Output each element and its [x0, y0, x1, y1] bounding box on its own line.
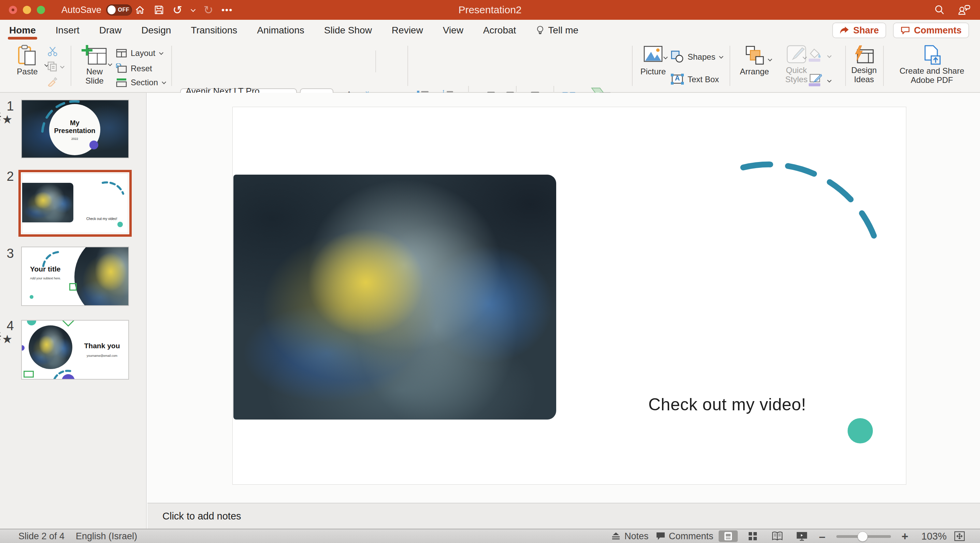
fullscreen-window-button[interactable] [37, 6, 45, 14]
ribbon-divider [171, 46, 172, 86]
tab-animations[interactable]: Animations [257, 25, 304, 36]
normal-view-icon [724, 532, 733, 541]
text-box-button[interactable]: A Text Box [671, 74, 719, 84]
tab-draw[interactable]: Draw [99, 25, 121, 36]
copy-chevron-icon [60, 65, 65, 69]
autosave-state: OFF [118, 7, 130, 13]
shape-outline-chevron-icon[interactable] [827, 78, 832, 83]
close-window-button[interactable] [9, 6, 17, 14]
shape-outline-button[interactable] [810, 73, 822, 83]
tab-transitions[interactable]: Transitions [191, 25, 237, 36]
shapes-chevron-icon [719, 55, 724, 59]
comments-button[interactable]: Comments [893, 22, 969, 38]
ribbon-divider [883, 46, 884, 86]
slide-4-email: yourname@email.com [76, 354, 127, 357]
slide-4-thumbnail[interactable]: Thank you yourname@email.com [21, 320, 129, 379]
current-slide[interactable]: Check out my video! [232, 107, 906, 485]
status-bar: Slide 2 of 4 English (Israel) Notes Comm… [0, 529, 980, 543]
arrange-chevron-icon[interactable] [768, 57, 772, 62]
slideshow-view-button[interactable] [792, 530, 811, 542]
slides-panel: 1 ★ My Presentation 2022 2 Check out my … [0, 93, 147, 529]
slide-2-caption: Check out my video! [86, 217, 118, 221]
notes-toggle-button[interactable]: Notes [611, 529, 649, 543]
minimize-window-button[interactable] [23, 6, 31, 14]
undo-chevron-icon[interactable] [191, 8, 196, 12]
search-icon[interactable] [934, 4, 945, 16]
autosave-label: AutoSave [61, 5, 101, 15]
reset-button[interactable]: Reset [116, 64, 152, 73]
window-controls [9, 6, 45, 14]
tab-tell-me[interactable]: Tell me [536, 25, 578, 36]
quick-styles-chevron-icon [803, 55, 807, 60]
picture-icon [644, 46, 663, 62]
ribbon-divider [845, 46, 846, 86]
zoom-slider[interactable] [836, 535, 891, 538]
slide-caption-text[interactable]: Check out my video! [648, 395, 806, 414]
autosave-toggle[interactable]: OFF [106, 5, 132, 16]
new-slide-chevron-icon[interactable] [108, 62, 112, 67]
comment-icon [900, 26, 910, 35]
editing-canvas: Check out my video! [147, 93, 980, 503]
picture-chevron-icon[interactable] [663, 55, 668, 60]
picture-button[interactable]: Picture [635, 46, 671, 76]
dashed-arc-path[interactable] [743, 164, 874, 236]
design-ideas-icon [853, 45, 875, 65]
outline-color-swatch [809, 83, 820, 86]
shape-fill-chevron-icon [827, 54, 832, 58]
presence-people-icon[interactable] [958, 4, 971, 16]
slide-3-thumbnail[interactable]: Your title Add your subtext here. [21, 247, 129, 306]
arrange-icon [743, 45, 765, 67]
slide-sorter-view-button[interactable] [743, 530, 762, 542]
slide-3-title: Your title [30, 265, 60, 273]
notes-pane[interactable]: Click to add notes [147, 503, 980, 529]
slide-3-teal-dot [30, 295, 33, 299]
slide-4-title: Thank you [76, 342, 127, 350]
share-button[interactable]: Share [832, 22, 886, 38]
tab-design[interactable]: Design [141, 25, 171, 36]
slide-3-green-square [69, 283, 77, 291]
ribbon-divider [71, 46, 71, 86]
shapes-button[interactable]: Shapes [671, 51, 724, 63]
tab-acrobat[interactable]: Acrobat [483, 25, 516, 36]
normal-view-button[interactable] [719, 530, 738, 542]
slide-1-number: 1 [3, 99, 17, 114]
more-commands-icon[interactable]: ••• [221, 5, 233, 14]
comments-toggle-button[interactable]: Comments [656, 529, 713, 543]
home-icon[interactable] [134, 5, 145, 15]
layout-chevron-icon [159, 51, 164, 55]
undo-icon[interactable]: ↺ [173, 4, 183, 16]
tab-insert[interactable]: Insert [56, 25, 80, 36]
language-status[interactable]: English (Israel) [76, 529, 137, 543]
zoom-percentage[interactable]: 103% [921, 529, 947, 543]
zoom-in-button[interactable]: + [902, 529, 908, 543]
slide-teal-circle-shape[interactable] [848, 418, 873, 443]
slide-3-subtitle: Add your subtext here. [30, 276, 61, 280]
slide-1-purple-dot [89, 141, 98, 149]
create-adobe-pdf-button[interactable]: Create and Share Adobe PDF [889, 45, 975, 84]
outline-pen-icon [810, 73, 822, 83]
slide-2-thumbnail-selected[interactable]: Check out my video! [18, 170, 132, 237]
copy-button[interactable] [47, 61, 65, 72]
cut-icon[interactable] [47, 46, 58, 57]
tab-slide-show[interactable]: Slide Show [324, 25, 372, 36]
format-painter-icon[interactable] [47, 76, 58, 87]
title-bar: AutoSave OFF ↺ ↻ ••• Presentation2 [0, 0, 980, 20]
section-button[interactable]: Section [116, 78, 166, 87]
document-title: Presentation2 [273, 0, 707, 20]
tab-home[interactable]: Home [9, 25, 36, 36]
save-icon[interactable] [154, 5, 164, 15]
slide-3-dashed-arc [22, 247, 128, 305]
zoom-slider-thumb[interactable] [858, 532, 868, 541]
fit-slide-to-window-button[interactable] [954, 529, 965, 543]
tab-review[interactable]: Review [392, 25, 423, 36]
new-slide-icon [81, 45, 108, 67]
slideshow-icon [796, 532, 807, 541]
layout-button[interactable]: Layout [116, 48, 164, 58]
slide-dashed-arc-shape [233, 107, 907, 485]
zoom-out-button[interactable]: – [819, 529, 826, 543]
paste-button[interactable]: Paste [8, 44, 46, 76]
reading-view-button[interactable] [768, 530, 787, 542]
slide-1-thumbnail[interactable]: My Presentation 2022 [21, 100, 129, 158]
tab-view[interactable]: View [443, 25, 463, 36]
design-ideas-button[interactable]: Design Ideas [847, 45, 881, 84]
